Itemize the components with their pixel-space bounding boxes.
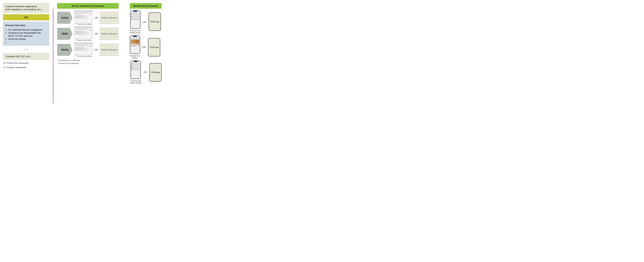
mobile-verify-your-app: YOUR app — [149, 63, 162, 82]
phone-row — [131, 45, 139, 46]
phone-list-icon — [131, 18, 132, 18]
mobile-issuer-caption: *Procivis One Mobile Issuer — [130, 30, 141, 34]
api-label: API — [24, 16, 28, 19]
left-panel: Customer Business Applications (SAP, Sal… — [3, 3, 49, 68]
mobile-section: Mobile Environment — [130, 3, 162, 84]
hold-screen-caption: *Procivis One Desk — [76, 39, 91, 41]
core-bullets: Full credentials lifecycle management Co… — [5, 28, 47, 44]
screen-body — [74, 44, 92, 54]
verify-screen-with-caption: ** Procivis One Desk — [74, 42, 93, 57]
core-box: Procivis One Core Full credentials lifec… — [3, 22, 49, 46]
footnotes: * Components on roadmap ** Procivis One … — [57, 59, 118, 65]
server-rows: Issue ** Procivis One — [57, 10, 118, 57]
mobile-verifier-phone — [130, 60, 141, 79]
verify-label: Verify — [61, 48, 68, 51]
core-bullet-3: ... — [8, 40, 47, 44]
mobile-verify-your-label: YOUR app — [151, 71, 160, 73]
screen-row — [75, 31, 84, 32]
mobile-hold-or: OR — [142, 46, 146, 48]
api-box: API — [3, 14, 49, 20]
arrows-row: ↓ ↑ — [3, 47, 49, 52]
screen-row-dot — [90, 14, 91, 14]
core-bullet-2: Secure key storage — [8, 38, 47, 40]
phone-list-text — [133, 66, 140, 67]
issue-screen-caption: ** Procivis One Desk — [75, 23, 92, 25]
hold-or: OR — [94, 32, 98, 35]
mobile-issue-your-app-caption: YOUR app — [149, 12, 161, 32]
hold-your-comp-with-caption: YOUR component — [100, 28, 118, 40]
mobile-wallet-caption: Procivis One Wallet — [130, 55, 140, 59]
issue-screen-mockup — [74, 10, 93, 23]
footnote2: ** Procivis One Enterprise — [57, 62, 118, 65]
hold-screen-with-caption: *Procivis One Desk — [74, 26, 93, 41]
passport-check-icon — [132, 68, 132, 69]
screen-body — [74, 12, 92, 22]
phone-row — [131, 19, 140, 20]
issue-your-component: YOUR component — [100, 12, 118, 24]
screen-row — [75, 45, 88, 46]
mobile-wallet-phone — [130, 36, 140, 54]
mobile-issue-your-label: YOUR app — [150, 21, 159, 23]
customer-apps-box: Customer Business Applications (SAP, Sal… — [3, 3, 49, 13]
phone-body — [131, 62, 140, 79]
screen-row-dot — [90, 46, 91, 46]
issue-or: OR — [94, 16, 98, 19]
screen-row — [75, 34, 88, 35]
phone-body — [130, 37, 140, 54]
issue-screen-with-caption: ** Procivis One Desk — [74, 10, 93, 25]
brace-line — [53, 8, 54, 104]
phone-list-icon — [131, 14, 132, 15]
phone-title-bar — [131, 37, 139, 39]
phone-wallet-card-line — [131, 43, 139, 44]
issue-label: Issue — [62, 16, 68, 19]
verify-your-comp-with-caption: YOUR component — [100, 44, 118, 56]
hold-screen-mockup — [74, 26, 93, 39]
core-bullet-1: Compliance and interoperability with eID… — [8, 32, 47, 38]
mobile-verify-your-app-caption: YOUR app — [149, 63, 162, 82]
screen-row — [75, 47, 84, 48]
verify-badge: Verify — [57, 44, 72, 56]
hold-label: Hold — [62, 32, 68, 35]
verify-your-label: YOUR component — [101, 49, 117, 51]
mobile-hold-your-app: YOUR app — [148, 38, 160, 56]
phone-list-row — [132, 66, 140, 67]
screen-row — [75, 18, 88, 18]
mobile-verify-row: **Procivis One Mobile Verifier OR YOUR a… — [130, 60, 162, 84]
issue-badge: Issue — [57, 12, 72, 24]
phone-list-text — [132, 14, 140, 15]
main-container: Customer Business Applications (SAP, Sal… — [0, 0, 322, 131]
phone-list-text — [133, 65, 140, 65]
phone-body — [130, 12, 140, 28]
screen-row — [75, 32, 88, 32]
legend-procivis: Procivis One components — [3, 62, 28, 64]
screen-row — [75, 16, 88, 16]
legend-customer-label: Customer components — [7, 66, 26, 68]
mobile-verifier-caption: **Procivis One Mobile Verifier — [130, 80, 142, 84]
legend-procivis-label: Procivis One components — [7, 62, 28, 64]
phone-list-text — [132, 18, 140, 18]
legend-customer: Customer components — [3, 66, 26, 68]
phone-list-row — [132, 64, 140, 66]
hold-your-component: YOUR component — [100, 28, 118, 40]
customer-apps-subtitle: (SAP, Salesforce, core banking, etc.) — [5, 8, 41, 11]
mobile-verify-or: OR — [144, 71, 147, 74]
server-section: Server Based Environment Issue — [57, 3, 118, 65]
mobile-issuer-phone-caption: *Procivis One Mobile Issuer — [130, 10, 141, 34]
phone-title-dot — [132, 12, 132, 13]
screen-row — [75, 33, 84, 34]
screen-row — [75, 15, 84, 16]
issue-your-label: YOUR component — [101, 17, 117, 19]
phone-list-icon — [131, 16, 132, 17]
footnote1: * Components on roadmap — [57, 59, 118, 62]
mobile-hold-your-app-caption: YOUR app — [148, 38, 160, 56]
customer-apps-title: Customer Business Applications — [5, 5, 37, 8]
phone-title-bar — [131, 12, 140, 14]
verify-or: OR — [94, 48, 98, 51]
screen-row — [75, 48, 88, 48]
mobile-hold-your-label: YOUR app — [150, 46, 158, 48]
hold-your-label: YOUR component — [101, 33, 117, 35]
phone-list-row — [131, 16, 140, 17]
brace-col — [52, 8, 54, 104]
server-verify-row: Verify ** Procivis On — [57, 42, 118, 57]
issue-your-comp-with-caption: YOUR component — [100, 12, 118, 24]
